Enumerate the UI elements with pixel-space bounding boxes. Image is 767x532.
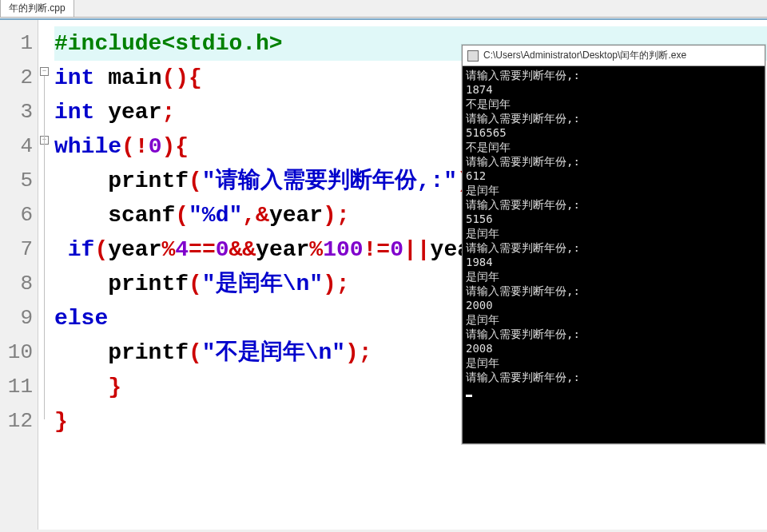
fold-toggle-icon[interactable]: − [40,67,49,76]
app-icon [467,50,479,62]
line-number: 6 [0,198,38,232]
console-line: 1874 [466,82,761,97]
line-number: 7 [0,232,38,267]
line-number: 3 [0,95,38,129]
line-number: 4 [0,129,38,164]
console-titlebar[interactable]: C:\Users\Administrator\Desktop\闰年的判断.exe [463,46,765,66]
console-line: 2008 [466,341,761,355]
line-number: 9 [0,301,38,335]
console-line: 请输入需要判断年份,: [466,154,761,169]
console-line: 是闰年 [466,269,761,284]
console-line: 516565 [466,125,761,140]
console-line: 是闰年 [466,226,761,240]
console-line: 612 [466,169,761,183]
file-tab[interactable]: 年的判断.cpp [0,0,74,17]
console-output: 请输入需要判断年份,:1874不是闰年请输入需要判断年份,:516565不是闰年… [463,66,765,443]
console-line: 是闰年 [466,183,761,197]
console-line: 请输入需要判断年份,: [466,68,761,82]
line-number: 8 [0,267,38,301]
tab-bar: 年的判断.cpp [0,0,767,18]
console-line: 请输入需要判断年份,: [466,111,761,125]
console-line: 请输入需要判断年份,: [466,370,761,384]
console-line: 请输入需要判断年份,: [466,197,761,212]
console-line: 请输入需要判断年份,: [466,240,761,255]
console-line: 请输入需要判断年份,: [466,327,761,341]
line-number: 1 [0,26,38,61]
console-title-text: C:\Users\Administrator\Desktop\闰年的判断.exe [483,49,686,62]
console-line: 是闰年 [466,355,761,370]
fold-column: − − [38,20,51,530]
console-line: 是闰年 [466,312,761,327]
line-number: 5 [0,164,38,198]
console-line: 1984 [466,255,761,269]
line-number: 2 [0,61,38,95]
line-number: 10 [0,335,38,370]
console-line: 不是闰年 [466,97,761,111]
console-line: 不是闰年 [466,140,761,154]
line-number-gutter: 123456789101112 [0,20,38,530]
console-window[interactable]: C:\Users\Administrator\Desktop\闰年的判断.exe… [462,45,765,444]
console-line: 请输入需要判断年份,: [466,284,761,298]
tab-title: 年的判断.cpp [9,2,66,14]
console-line: 5156 [466,212,761,226]
line-number: 11 [0,370,38,404]
line-number: 12 [0,404,38,439]
cursor [466,395,472,397]
console-line: 2000 [466,298,761,312]
